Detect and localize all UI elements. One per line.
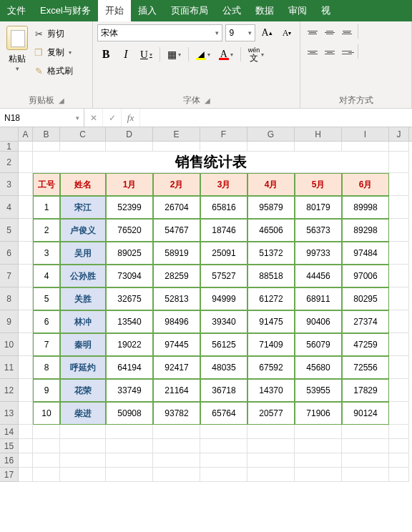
value-cell[interactable]: 61272 [247,287,295,310]
value-cell[interactable]: 71409 [247,333,295,356]
cut-button[interactable]: ✂ 剪切 [33,26,73,41]
row-header[interactable]: 8 [0,287,19,310]
value-cell[interactable]: 57527 [200,265,247,287]
cell[interactable] [19,425,33,439]
border-button[interactable]: ▦▾ [165,46,184,63]
cell[interactable] [389,379,409,402]
cell[interactable] [19,196,33,219]
cell[interactable] [19,287,33,310]
menu-tab-7[interactable]: 审阅 [281,0,314,21]
value-cell[interactable]: 64194 [106,356,153,379]
row-header[interactable]: 1 [0,142,19,152]
cell[interactable] [389,468,409,482]
cell[interactable] [19,439,33,453]
value-cell[interactable]: 19022 [106,333,153,356]
value-cell[interactable]: 27374 [342,310,389,333]
column-header[interactable]: C [60,127,106,141]
cell[interactable] [19,468,33,482]
id-cell[interactable]: 6 [33,310,60,333]
column-header[interactable]: I [342,127,389,141]
row-header[interactable]: 15 [0,439,19,453]
cell[interactable] [200,468,247,482]
cell[interactable] [19,142,33,152]
menu-tab-5[interactable]: 公式 [215,0,248,21]
increase-font-button[interactable]: A▴ [258,24,275,41]
cell[interactable] [19,310,33,333]
cell[interactable] [389,402,409,425]
name-cell[interactable]: 林冲 [60,310,106,333]
cell[interactable] [389,356,409,379]
value-cell[interactable]: 67592 [247,356,295,379]
cell[interactable] [342,453,389,468]
value-cell[interactable]: 56373 [295,219,342,242]
id-cell[interactable]: 2 [33,219,60,242]
value-cell[interactable]: 90406 [295,310,342,333]
value-cell[interactable]: 73094 [106,265,153,287]
phonetic-guide-button[interactable]: wén文 ▾ [245,46,268,63]
id-cell[interactable]: 5 [33,287,60,310]
menu-tab-1[interactable]: Excel与财务 [33,0,98,21]
table-header-cell[interactable]: 工号 [33,173,60,196]
value-cell[interactable]: 44456 [295,265,342,287]
value-cell[interactable]: 92417 [153,356,200,379]
value-cell[interactable]: 98496 [153,310,200,333]
value-cell[interactable]: 25091 [200,242,247,265]
cell[interactable] [19,453,33,468]
value-cell[interactable]: 68911 [295,287,342,310]
menu-tab-6[interactable]: 数据 [248,0,281,21]
cell[interactable] [342,468,389,482]
value-cell[interactable]: 91475 [247,310,295,333]
cell[interactable] [247,453,295,468]
row-header[interactable]: 12 [0,379,19,402]
value-cell[interactable]: 48035 [200,356,247,379]
cell[interactable] [153,142,200,152]
cell[interactable] [389,242,409,265]
cell[interactable] [342,439,389,453]
value-cell[interactable]: 51372 [247,242,295,265]
table-header-cell[interactable]: 6月 [342,173,389,196]
cell[interactable] [19,152,33,173]
value-cell[interactable]: 99733 [295,242,342,265]
cell[interactable] [247,468,295,482]
cell[interactable] [389,310,409,333]
id-cell[interactable]: 7 [33,333,60,356]
cell[interactable] [389,152,409,173]
align-right-button[interactable] [339,44,355,60]
format-painter-button[interactable]: ✎ 格式刷 [33,63,73,79]
column-header[interactable]: F [200,127,247,141]
row-header[interactable]: 11 [0,356,19,379]
cell[interactable] [247,142,295,152]
table-header-cell[interactable]: 2月 [153,173,200,196]
value-cell[interactable]: 90124 [342,402,389,425]
column-header[interactable]: D [106,127,153,141]
cell[interactable] [19,219,33,242]
row-header[interactable]: 16 [0,453,19,468]
cell[interactable] [342,142,389,152]
value-cell[interactable]: 94999 [200,287,247,310]
align-bottom-button[interactable] [339,24,355,40]
value-cell[interactable]: 58919 [153,242,200,265]
column-header[interactable]: B [33,127,60,141]
cell[interactable] [389,333,409,356]
value-cell[interactable]: 65816 [200,196,247,219]
cell[interactable] [389,439,409,453]
accept-formula-button[interactable]: ✓ [103,109,122,127]
cell[interactable] [389,287,409,310]
value-cell[interactable]: 80179 [295,196,342,219]
dialog-launcher-icon[interactable]: ◢ [59,97,64,104]
value-cell[interactable]: 56079 [295,333,342,356]
cell[interactable] [33,142,60,152]
cell[interactable] [60,453,106,468]
value-cell[interactable]: 20577 [247,402,295,425]
fill-color-button[interactable]: ◢ ▾ [193,46,213,63]
value-cell[interactable]: 21164 [153,379,200,402]
cell[interactable] [33,453,60,468]
cell[interactable] [106,439,153,453]
table-title[interactable]: 销售统计表 [33,152,389,173]
id-cell[interactable]: 1 [33,196,60,219]
value-cell[interactable]: 52399 [106,196,153,219]
cell[interactable] [106,453,153,468]
cell[interactable] [33,468,60,482]
cell[interactable] [106,142,153,152]
chevron-down-icon[interactable]: ▾ [69,49,72,56]
